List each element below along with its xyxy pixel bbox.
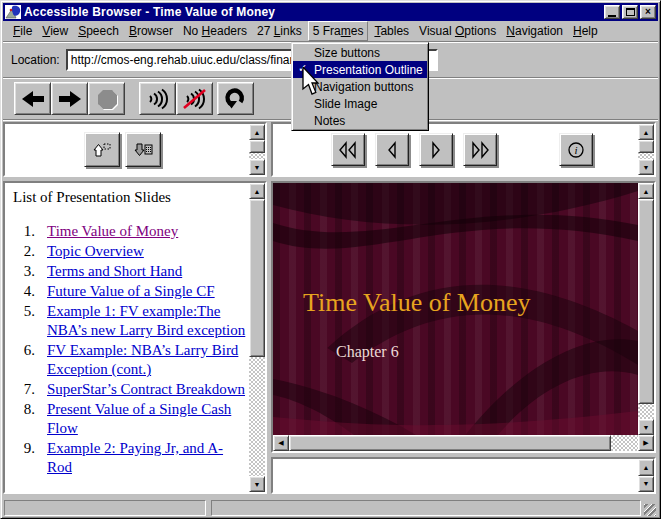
scroll-thumb[interactable] bbox=[249, 140, 265, 153]
notes-frame: ▲ ▼ bbox=[271, 457, 656, 494]
menu-bar: File View Speech Browser No Headers 27 L… bbox=[3, 21, 658, 42]
slide-link[interactable]: FV Example: NBA’s Larry Bird Exception (… bbox=[47, 341, 247, 379]
outline-heading: List of Presentation Slides bbox=[13, 189, 247, 206]
menu-item-navigation[interactable]: Navigation bbox=[502, 22, 567, 40]
notes-content[interactable] bbox=[273, 459, 638, 492]
speech-button[interactable] bbox=[139, 82, 176, 115]
last-slide-button[interactable] bbox=[463, 133, 497, 166]
list-item-number: 6. bbox=[13, 341, 47, 379]
resize-grip[interactable] bbox=[644, 504, 656, 516]
location-label: Location: bbox=[11, 53, 60, 67]
increase-frame-size-button[interactable] bbox=[84, 132, 120, 167]
list-item-number: 9. bbox=[13, 439, 47, 477]
maximize-button[interactable] bbox=[622, 5, 638, 19]
stop-button[interactable] bbox=[88, 82, 125, 115]
mute-button[interactable] bbox=[176, 82, 213, 115]
slide-image[interactable]: Time Value of Money Chapter 6 bbox=[273, 183, 638, 435]
scroll-thumb[interactable] bbox=[638, 199, 654, 404]
forward-button[interactable] bbox=[51, 82, 88, 115]
decrease-frame-size-button[interactable] bbox=[125, 132, 161, 167]
first-slide-button[interactable] bbox=[331, 133, 365, 166]
scroll-down-button[interactable]: ▼ bbox=[249, 159, 265, 175]
menu-item-frames[interactable]: 5 Frames bbox=[308, 21, 369, 41]
down-arrow-icon: ▼ bbox=[643, 164, 650, 171]
scroll-thumb[interactable] bbox=[289, 435, 611, 451]
menu-item-visual-options[interactable]: Visual Options bbox=[415, 22, 500, 40]
slide-vertical-scrollbar[interactable]: ▲ ▼ bbox=[638, 183, 654, 435]
down-arrow-icon: ▼ bbox=[643, 424, 650, 431]
minimize-button[interactable] bbox=[604, 5, 620, 19]
scroll-down-button[interactable]: ▼ bbox=[638, 159, 654, 175]
menu-item-tables[interactable]: Tables bbox=[370, 22, 413, 40]
app-icon bbox=[5, 5, 21, 19]
menu-item-file[interactable]: File bbox=[9, 22, 36, 40]
left-arrow-icon bbox=[381, 140, 403, 160]
back-button[interactable] bbox=[14, 82, 51, 115]
notes-scrollbar[interactable]: ▲ ▼ bbox=[638, 459, 654, 492]
slide-link[interactable]: SuperStar’s Contract Breakdown bbox=[47, 380, 245, 399]
mouse-cursor bbox=[302, 67, 322, 97]
scroll-up-button[interactable]: ▲ bbox=[638, 124, 654, 140]
scroll-up-button[interactable]: ▲ bbox=[249, 124, 265, 140]
scroll-thumb[interactable] bbox=[249, 199, 265, 357]
mute-speech-icon bbox=[182, 88, 208, 110]
scroll-up-button[interactable]: ▲ bbox=[638, 183, 654, 199]
frames-menu-item-slide-image[interactable]: Slide Image bbox=[293, 95, 427, 112]
list-item: 7.SuperStar’s Contract Breakdown bbox=[13, 380, 247, 399]
menu-item-no-headers[interactable]: No Headers bbox=[179, 22, 251, 40]
next-slide-button[interactable] bbox=[419, 133, 453, 166]
svg-text:i: i bbox=[574, 144, 577, 156]
menu-item-browser[interactable]: Browser bbox=[125, 22, 177, 40]
slide-link[interactable]: Time Value of Money bbox=[47, 222, 178, 241]
menu-item-help[interactable]: Help bbox=[569, 22, 602, 40]
scroll-left-button[interactable]: ◀ bbox=[273, 435, 289, 451]
title-bar[interactable]: Accessible Browser - Time Value of Money… bbox=[3, 3, 658, 21]
presentation-outline-frame: List of Presentation Slides 1.Time Value… bbox=[3, 181, 267, 494]
down-arrow-icon: ▼ bbox=[254, 164, 261, 171]
close-icon: × bbox=[645, 7, 651, 17]
scroll-track[interactable] bbox=[249, 357, 265, 476]
outline-scrollbar[interactable]: ▲ ▼ bbox=[249, 183, 265, 492]
scroll-down-button[interactable]: ▼ bbox=[638, 476, 654, 493]
list-item-number: 2. bbox=[13, 242, 47, 261]
slide-link[interactable]: Example 1: FV example:The NBA’s new Larr… bbox=[47, 302, 247, 340]
scroll-down-button[interactable]: ▼ bbox=[638, 419, 654, 435]
frames-menu-item-notes[interactable]: Notes bbox=[293, 112, 427, 129]
frames-menu-item-size-buttons[interactable]: Size buttons bbox=[293, 44, 427, 61]
close-button[interactable]: × bbox=[640, 5, 656, 19]
list-item-number: 3. bbox=[13, 262, 47, 281]
info-button[interactable]: i bbox=[559, 133, 593, 166]
scroll-up-button[interactable]: ▲ bbox=[249, 183, 265, 199]
menu-item-speech[interactable]: Speech bbox=[74, 22, 123, 40]
scroll-right-button[interactable]: ▶ bbox=[638, 435, 654, 451]
scroll-down-button[interactable]: ▼ bbox=[249, 476, 265, 492]
left-arrow-icon: ◀ bbox=[278, 439, 283, 447]
slide-link[interactable]: Future Value of a Single CF bbox=[47, 282, 215, 301]
list-item-number: 5. bbox=[13, 302, 47, 340]
back-arrow-icon bbox=[20, 89, 46, 109]
up-arrow-icon: ▲ bbox=[643, 188, 650, 195]
reload-arrow-icon bbox=[224, 87, 248, 111]
slide-link[interactable]: Present Value of a Single Cash Flow bbox=[47, 400, 247, 438]
minimize-icon bbox=[608, 15, 616, 17]
slide-link[interactable]: Terms and Short Hand bbox=[47, 262, 182, 281]
speech-waves-icon bbox=[145, 88, 171, 110]
scroll-thumb[interactable] bbox=[638, 140, 654, 153]
reload-button[interactable] bbox=[217, 82, 254, 115]
list-item: 3.Terms and Short Hand bbox=[13, 262, 247, 281]
list-item-number: 1. bbox=[13, 222, 47, 241]
scroll-track[interactable] bbox=[638, 404, 654, 419]
list-item: 4.Future Value of a Single CF bbox=[13, 282, 247, 301]
list-item: 5.Example 1: FV example:The NBA’s new La… bbox=[13, 302, 247, 340]
menu-item-view[interactable]: View bbox=[38, 22, 72, 40]
slide-link[interactable]: Example 2: Paying Jr, and A-Rod bbox=[47, 439, 247, 477]
size-frame-scrollbar[interactable]: ▲ ▼ bbox=[249, 124, 265, 175]
slide-horizontal-scrollbar[interactable]: ◀ ▶ bbox=[273, 435, 654, 451]
previous-slide-button[interactable] bbox=[375, 133, 409, 166]
slide-link[interactable]: Topic Overview bbox=[47, 242, 144, 261]
list-item-number: 4. bbox=[13, 282, 47, 301]
menu-item-links[interactable]: 27 Links bbox=[253, 22, 306, 40]
scroll-up-button[interactable]: ▲ bbox=[638, 459, 654, 476]
scroll-track[interactable] bbox=[611, 435, 638, 451]
nav-frame-scrollbar[interactable]: ▲ ▼ bbox=[638, 124, 654, 175]
